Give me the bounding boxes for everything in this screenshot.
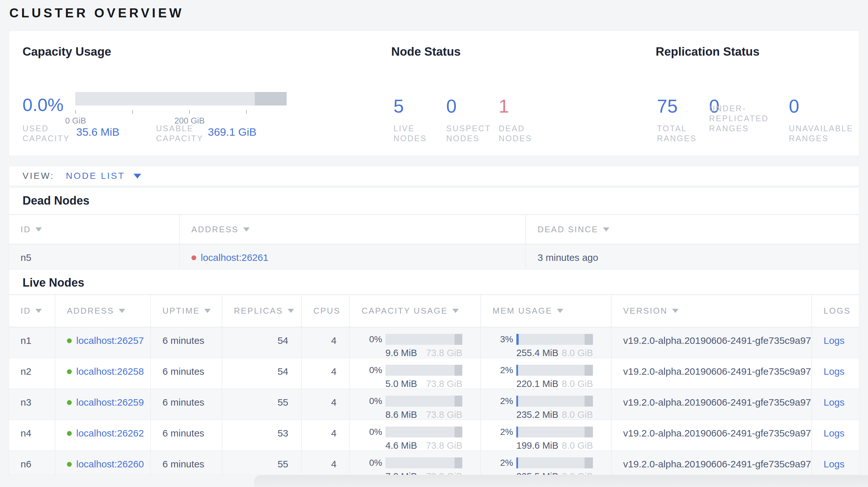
capacity-used-value: 9.6 MiB bbox=[385, 348, 417, 358]
total-ranges-count: 75 bbox=[657, 95, 678, 117]
node-uptime: 6 minutes bbox=[151, 451, 222, 475]
capacity-total-value: 73.8 GiB bbox=[426, 471, 462, 475]
sort-arrow-icon bbox=[119, 309, 125, 313]
dead-col-address[interactable]: ADDRESS bbox=[180, 215, 526, 244]
sort-arrow-icon bbox=[288, 309, 294, 313]
capacity-mini-bar bbox=[385, 426, 462, 437]
cluster-summary-card: Capacity Usage 0.0% 0 GiB 200 GiB USED C… bbox=[9, 31, 859, 156]
live-node-row: n3 localhost:26259 6 minutes 55 4 0% 8.6… bbox=[9, 389, 859, 420]
view-selector-dropdown[interactable]: NODE LIST bbox=[66, 171, 141, 181]
node-uptime: 6 minutes bbox=[151, 358, 222, 389]
suspect-nodes-label: SUSPECT NODES bbox=[446, 124, 491, 143]
mem-used-value: 255.4 MiB bbox=[516, 348, 559, 358]
logs-link[interactable]: Logs bbox=[824, 366, 844, 377]
logs-link[interactable]: Logs bbox=[824, 335, 844, 346]
live-col-version[interactable]: VERSION bbox=[612, 295, 812, 327]
node-capacity-usage: 0% 4.6 MiB73.8 GiB bbox=[350, 420, 481, 450]
capacity-percent-label: 0% bbox=[361, 396, 382, 406]
live-node-row: n4 localhost:26262 6 minutes 53 4 0% 4.6… bbox=[9, 420, 859, 451]
usable-capacity-label: USABLE CAPACITY bbox=[156, 124, 203, 143]
node-address-link[interactable]: localhost:26260 bbox=[76, 459, 144, 469]
mem-used-value: 225.5 MiB bbox=[516, 471, 559, 475]
node-id: n1 bbox=[9, 327, 55, 358]
node-address-cell: localhost:26262 bbox=[55, 420, 151, 450]
node-version: v19.2.0-alpha.20190606-2491-gfe735c9a97 bbox=[612, 420, 812, 450]
live-col-uptime[interactable]: UPTIME bbox=[151, 295, 222, 327]
logs-link[interactable]: Logs bbox=[824, 459, 844, 469]
live-col-replicas[interactable]: REPLICAS bbox=[222, 295, 302, 327]
live-status-dot-icon bbox=[67, 369, 72, 374]
node-mem-usage: 2% 235.2 MiB8.0 GiB bbox=[481, 389, 612, 419]
node-logs-cell: Logs bbox=[812, 358, 859, 389]
node-uptime: 6 minutes bbox=[151, 327, 222, 358]
capacity-percent-label: 0% bbox=[361, 365, 382, 376]
sort-arrow-icon bbox=[557, 309, 563, 313]
view-label: VIEW: bbox=[23, 171, 54, 181]
node-replicas: 54 bbox=[222, 327, 302, 358]
sort-arrow-icon bbox=[35, 309, 42, 313]
capacity-total-value: 73.8 GiB bbox=[426, 441, 462, 450]
live-nodes-count: 5 bbox=[394, 95, 404, 117]
node-capacity-usage: 0% 7.8 MiB73.8 GiB bbox=[350, 451, 481, 475]
capacity-used-value: 7.8 MiB bbox=[385, 471, 417, 475]
node-address-link[interactable]: localhost:26258 bbox=[76, 366, 144, 377]
node-address-link[interactable]: localhost:26259 bbox=[76, 397, 144, 408]
usable-capacity-value: 369.1 GiB bbox=[208, 126, 256, 138]
dead-col-dead-since[interactable]: DEAD SINCE bbox=[526, 215, 859, 244]
live-nodes-title: Live Nodes bbox=[9, 269, 859, 290]
node-uptime: 6 minutes bbox=[151, 389, 222, 419]
dead-col-id[interactable]: ID bbox=[9, 215, 180, 244]
live-col-mem-usage[interactable]: MEM USAGE bbox=[481, 295, 612, 327]
mem-total-value: 8.0 GiB bbox=[562, 441, 593, 450]
used-capacity-label: USED CAPACITY bbox=[23, 124, 70, 143]
live-nodes-label: LIVE NODES bbox=[394, 124, 427, 143]
node-version: v19.2.0-alpha.20190606-2491-gfe735c9a97 bbox=[612, 451, 812, 475]
dead-node-address-link[interactable]: localhost:26261 bbox=[201, 252, 268, 263]
mem-used-value: 199.6 MiB bbox=[516, 441, 559, 450]
total-ranges-label: TOTAL RANGES bbox=[657, 124, 697, 143]
logs-link[interactable]: Logs bbox=[824, 428, 844, 439]
capacity-used-value: 8.6 MiB bbox=[385, 410, 417, 419]
capacity-used-value: 5.0 MiB bbox=[385, 379, 417, 389]
mem-total-value: 8.0 GiB bbox=[562, 379, 593, 389]
node-capacity-usage: 0% 5.0 MiB73.8 GiB bbox=[350, 358, 481, 389]
replication-status-title: Replication Status bbox=[656, 45, 760, 59]
node-cpus: 4 bbox=[302, 451, 350, 475]
node-logs-cell: Logs bbox=[812, 389, 859, 419]
sort-arrow-icon bbox=[672, 309, 679, 313]
mem-total-value: 8.0 GiB bbox=[562, 348, 593, 358]
live-col-capacity-usage[interactable]: CAPACITY USAGE bbox=[350, 295, 481, 327]
live-col-cpus[interactable]: CPUS bbox=[302, 295, 350, 327]
mem-mini-bar bbox=[516, 457, 593, 468]
node-uptime: 6 minutes bbox=[151, 420, 222, 450]
node-address-link[interactable]: localhost:26262 bbox=[76, 428, 144, 439]
mem-percent-label: 2% bbox=[492, 396, 513, 406]
capacity-usage-title: Capacity Usage bbox=[23, 45, 111, 59]
dead-nodes-count: 1 bbox=[499, 95, 509, 117]
node-cpus: 4 bbox=[302, 358, 350, 389]
capacity-used-value: 4.6 MiB bbox=[385, 441, 417, 450]
page-title: CLUSTER OVERVIEW bbox=[9, 6, 184, 20]
mem-percent-label: 2% bbox=[492, 427, 513, 437]
live-nodes-table-header: ID ADDRESS UPTIME REPLICAS CPUS CAPACITY… bbox=[9, 294, 859, 327]
mem-mini-bar bbox=[516, 365, 593, 376]
node-address-cell: localhost:26257 bbox=[55, 327, 151, 358]
unavailable-count: 0 bbox=[789, 95, 799, 117]
node-mem-usage: 2% 220.1 MiB8.0 GiB bbox=[481, 358, 612, 389]
mem-percent-label: 3% bbox=[492, 334, 513, 345]
view-bar: VIEW: NODE LIST bbox=[9, 166, 859, 186]
dead-status-dot-icon bbox=[191, 255, 196, 260]
node-address-link[interactable]: localhost:26257 bbox=[76, 335, 144, 346]
capacity-total-value: 73.8 GiB bbox=[426, 410, 462, 419]
node-version: v19.2.0-alpha.20190606-2491-gfe735c9a97 bbox=[612, 327, 812, 358]
node-logs-cell: Logs bbox=[812, 451, 859, 475]
live-node-row: n1 localhost:26257 6 minutes 54 4 0% 9.6… bbox=[9, 327, 859, 358]
live-col-logs: LOGS bbox=[812, 295, 859, 327]
live-col-id[interactable]: ID bbox=[9, 295, 55, 327]
live-status-dot-icon bbox=[67, 462, 72, 467]
logs-link[interactable]: Logs bbox=[824, 397, 844, 408]
node-replicas: 54 bbox=[222, 358, 302, 389]
mem-mini-bar bbox=[516, 334, 593, 345]
live-col-address[interactable]: ADDRESS bbox=[55, 295, 151, 327]
sort-arrow-icon bbox=[452, 309, 459, 313]
